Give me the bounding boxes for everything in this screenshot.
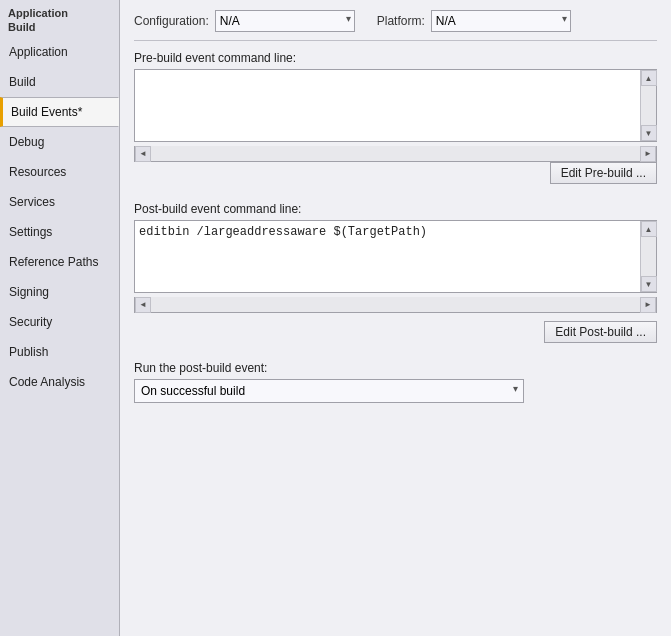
run-post-build-select[interactable]: Always On successful build When the buil… (134, 379, 524, 403)
sidebar-item-resources[interactable]: Resources (0, 157, 119, 187)
configuration-label: Configuration: (134, 14, 209, 28)
pre-build-textarea-wrapper: ▲ ▼ (134, 69, 657, 142)
platform-select[interactable]: N/A (431, 10, 571, 32)
configuration-select-wrapper[interactable]: N/A (215, 10, 355, 32)
pre-build-scroll-track (641, 86, 656, 125)
run-post-build-section: Run the post-build event: Always On succ… (134, 361, 657, 403)
sidebar-title: Application Build (0, 0, 119, 37)
empty-space (134, 403, 657, 622)
sidebar: Application Build ApplicationBuildBuild … (0, 0, 120, 636)
pre-build-section: Pre-build event command line: ▲ ▼ ◄ ► (134, 51, 657, 162)
sidebar-item-publish[interactable]: Publish (0, 337, 119, 367)
pre-build-label: Pre-build event command line: (134, 51, 657, 65)
post-build-scroll-track (641, 237, 656, 276)
pre-build-scroll-left[interactable]: ◄ (135, 146, 151, 162)
platform-label: Platform: (377, 14, 425, 28)
pre-build-textarea[interactable] (135, 70, 656, 138)
sidebar-item-reference-paths[interactable]: Reference Paths (0, 247, 119, 277)
pre-build-h-track (151, 146, 640, 161)
pre-build-scrollbar-h[interactable]: ◄ ► (134, 146, 657, 162)
pre-build-scrollbar-v[interactable]: ▲ ▼ (640, 70, 656, 141)
platform-select-wrapper[interactable]: N/A (431, 10, 571, 32)
post-build-textarea[interactable] (135, 221, 656, 289)
pre-build-scroll-right[interactable]: ► (640, 146, 656, 162)
pre-build-scroll-up[interactable]: ▲ (641, 70, 657, 86)
sidebar-item-signing[interactable]: Signing (0, 277, 119, 307)
edit-pre-build-button[interactable]: Edit Pre-build ... (550, 162, 657, 184)
sidebar-item-security[interactable]: Security (0, 307, 119, 337)
post-build-label: Post-build event command line: (134, 202, 657, 216)
post-build-section: Post-build event command line: ▲ ▼ ◄ ► (134, 202, 657, 313)
post-build-textarea-wrapper: ▲ ▼ (134, 220, 657, 293)
post-build-scroll-left[interactable]: ◄ (135, 297, 151, 313)
post-build-scroll-up[interactable]: ▲ (641, 221, 657, 237)
post-build-scroll-right[interactable]: ► (640, 297, 656, 313)
configuration-select[interactable]: N/A (215, 10, 355, 32)
pre-build-btn-row: Edit Pre-build ... (134, 162, 657, 192)
post-build-scrollbar-h[interactable]: ◄ ► (134, 297, 657, 313)
sidebar-item-settings[interactable]: Settings (0, 217, 119, 247)
main-content: Configuration: N/A Platform: N/A Pre-bui… (120, 0, 671, 636)
post-build-h-track (151, 297, 640, 312)
run-post-build-dropdown-wrapper[interactable]: Always On successful build When the buil… (134, 379, 524, 403)
post-build-btn-row: Edit Post-build ... (134, 321, 657, 351)
sidebar-item-application[interactable]: Application (0, 37, 119, 67)
sidebar-item-debug[interactable]: Debug (0, 127, 119, 157)
sidebar-item-build-events[interactable]: Build Events* (0, 97, 119, 127)
post-build-scroll-down[interactable]: ▼ (641, 276, 657, 292)
sidebar-item-services[interactable]: Services (0, 187, 119, 217)
config-row: Configuration: N/A Platform: N/A (134, 10, 657, 41)
sidebar-item-code-analysis[interactable]: Code Analysis (0, 367, 119, 397)
post-build-scrollbar-v[interactable]: ▲ ▼ (640, 221, 656, 292)
edit-post-build-button[interactable]: Edit Post-build ... (544, 321, 657, 343)
run-post-build-label: Run the post-build event: (134, 361, 657, 375)
pre-build-scroll-down[interactable]: ▼ (641, 125, 657, 141)
sidebar-item-build[interactable]: Build (0, 67, 119, 97)
